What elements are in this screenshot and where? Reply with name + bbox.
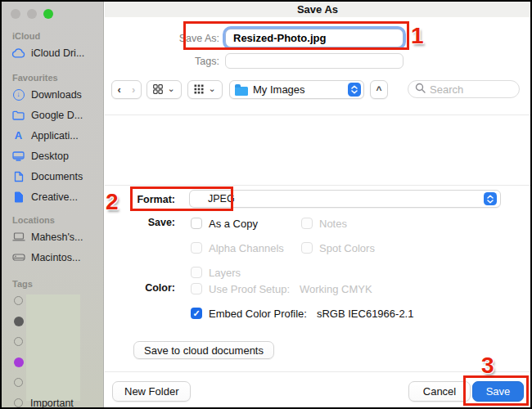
icon-view-button[interactable]: ⌄ xyxy=(147,80,182,99)
separator xyxy=(105,371,530,372)
sidebar-item-applications[interactable]: A Applicati... xyxy=(2,125,103,146)
save-as-dialog: iCloud iCloud Dri... Favourites ↓ Downlo… xyxy=(0,0,532,409)
chevron-down-icon: ⌄ xyxy=(167,84,174,93)
sidebar-item-downloads[interactable]: ↓ Downloads xyxy=(2,84,103,105)
sidebar-section-locations: Locations xyxy=(12,215,103,225)
checkbox-label: Use Proof Setup: xyxy=(209,283,290,295)
chevron-down-icon: ⌄ xyxy=(208,84,215,93)
checkbox-icon xyxy=(191,218,202,229)
checkbox-value: Working CMYK xyxy=(300,283,372,295)
folder-icon xyxy=(235,87,248,96)
grid-view-icon xyxy=(153,83,163,97)
tag-circle-icon xyxy=(14,296,23,305)
checkbox-label: Notes xyxy=(319,218,347,230)
download-icon: ↓ xyxy=(11,89,25,101)
dialog-main: Save As Save As: Tags: ‹ › ⌄ ⌄ xyxy=(105,2,530,407)
dialog-title: Save As xyxy=(105,2,530,17)
desktop-icon xyxy=(11,151,25,161)
new-folder-button[interactable]: New Folder xyxy=(112,381,191,402)
checkbox-layers: Layers xyxy=(191,265,241,280)
sidebar-item-creative[interactable]: Creative... xyxy=(2,187,103,207)
checkbox-embed-color-profile[interactable]: ✓ Embed Color Profile: sRGB IEC61966-2.1 xyxy=(191,306,413,321)
window-controls xyxy=(2,2,103,25)
sidebar-section-tags: Tags xyxy=(12,279,103,289)
save-to-cloud-button[interactable]: Save to cloud documents xyxy=(133,341,274,359)
tag-item[interactable] xyxy=(2,311,103,331)
sidebar-item-label: Documents xyxy=(31,171,83,182)
tag-label: Important xyxy=(30,398,74,409)
sidebar-item-desktop[interactable]: Desktop xyxy=(2,146,103,166)
history-nav: ‹ › xyxy=(111,80,142,99)
checkbox-alpha-channels: Alpha Channels xyxy=(191,240,284,255)
stepper-icon xyxy=(484,192,497,205)
sidebar-item-label: Macintos... xyxy=(31,252,80,263)
applications-icon: A xyxy=(11,129,25,142)
checkbox-label: Alpha Channels xyxy=(209,242,284,254)
sidebar-item-macintosh-hd[interactable]: Macintos... xyxy=(2,247,103,267)
sidebar-item-label: Mahesh's... xyxy=(31,231,83,243)
format-value: JPEG xyxy=(190,193,484,204)
minimize-window-icon[interactable] xyxy=(27,9,37,19)
tag-item[interactable] xyxy=(2,352,103,372)
tags-label: Tags: xyxy=(105,56,219,67)
format-dropdown[interactable]: JPEG xyxy=(189,190,501,208)
back-button[interactable]: ‹ xyxy=(112,81,127,98)
checkmark-icon: ✓ xyxy=(191,308,202,319)
cancel-button[interactable]: Cancel xyxy=(408,381,471,402)
checkbox-icon xyxy=(301,218,313,229)
checkbox-icon xyxy=(191,267,202,278)
checkbox-use-proof-setup: Use Proof Setup: Working CMYK xyxy=(191,281,372,296)
separator xyxy=(105,115,530,115)
gallery-view-button[interactable]: ⌄ xyxy=(187,80,223,99)
cloud-icon xyxy=(11,48,25,58)
save-options-label: Save: xyxy=(105,217,175,228)
checkbox-icon xyxy=(191,242,202,254)
save-button[interactable]: Save xyxy=(472,381,524,402)
close-window-icon[interactable] xyxy=(11,9,20,19)
checkbox-label: Spot Colors xyxy=(319,242,375,254)
sidebar-item-google-drive[interactable]: Google D... xyxy=(2,105,103,125)
tag-circle-icon xyxy=(14,337,23,346)
sidebar-section-icloud: iCloud xyxy=(12,31,103,41)
zoom-window-icon[interactable] xyxy=(43,9,53,19)
tag-item-important[interactable]: Important xyxy=(2,393,103,409)
document-filled-icon xyxy=(11,191,25,203)
checkbox-icon xyxy=(191,283,202,294)
sidebar-item-label: iCloud Dri... xyxy=(31,47,84,59)
stepper-icon xyxy=(348,83,361,97)
sidebar-item-maheshs-mac[interactable]: Mahesh's... xyxy=(2,227,103,247)
laptop-icon xyxy=(11,232,25,241)
forward-button[interactable]: › xyxy=(127,81,142,98)
collapse-button[interactable]: ^ xyxy=(370,80,388,99)
sidebar-item-icloud-drive[interactable]: iCloud Dri... xyxy=(2,43,103,63)
document-icon xyxy=(11,171,25,182)
checkbox-spot-colors: Spot Colors xyxy=(301,240,375,255)
sidebar-item-label: Google D... xyxy=(31,110,83,121)
folder-icon xyxy=(11,110,25,120)
tag-item[interactable] xyxy=(2,331,103,352)
color-options-label: Color: xyxy=(105,282,175,294)
location-dropdown[interactable]: My Images xyxy=(229,80,364,99)
checkbox-notes: Notes xyxy=(301,216,347,231)
sidebar-item-label: Applicati... xyxy=(31,130,79,142)
search-field xyxy=(408,80,520,98)
tag-circle-icon xyxy=(14,398,23,407)
search-input[interactable] xyxy=(430,83,519,96)
separator xyxy=(105,185,530,186)
tags-input[interactable] xyxy=(225,53,404,69)
sidebar: iCloud iCloud Dri... Favourites ↓ Downlo… xyxy=(2,2,104,407)
tag-item[interactable] xyxy=(2,372,103,393)
format-label: Format: xyxy=(105,194,175,205)
checkbox-as-a-copy[interactable]: As a Copy xyxy=(191,216,258,231)
checkbox-value: sRGB IEC61966-2.1 xyxy=(317,308,414,320)
gallery-view-icon xyxy=(194,83,204,97)
sidebar-item-documents[interactable]: Documents xyxy=(2,166,103,187)
location-value: My Images xyxy=(253,83,343,96)
checkbox-label: Layers xyxy=(209,267,241,279)
tag-circle-icon xyxy=(14,317,24,326)
sidebar-item-label: Creative... xyxy=(31,191,78,203)
save-as-label: Save As: xyxy=(105,33,219,44)
tag-item[interactable] xyxy=(2,290,103,311)
filename-input[interactable] xyxy=(225,29,404,47)
checkbox-label: Embed Color Profile: xyxy=(209,308,307,320)
